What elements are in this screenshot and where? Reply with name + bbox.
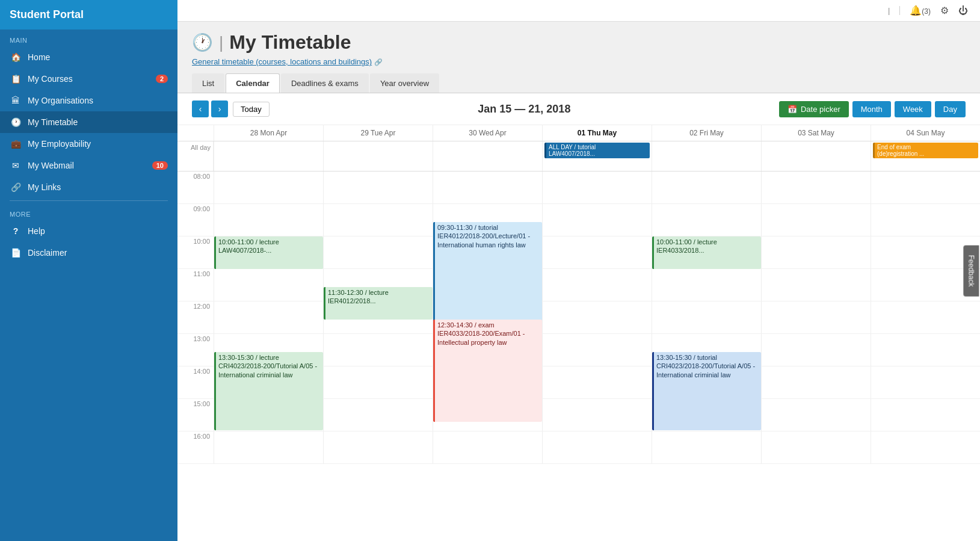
day-header-4: 02 Fri May [652,125,761,141]
time-label-15: 15:00 [177,399,214,431]
month-view-button[interactable]: Month [852,101,891,117]
time-row-11: 11:00 11:30-12:30 / lecture IER4012/2018… [177,269,980,301]
cell-14-4 [652,366,761,398]
cell-12-3 [542,301,652,333]
time-row-16: 16:00 [177,431,980,464]
cell-09-4 [652,204,761,236]
page-title-row: 🕐 | My Timetable [192,31,966,54]
content-area: 🕐 | My Timetable General timetable (cour… [177,22,980,541]
cell-13-1 [323,334,433,366]
tab-year-overview[interactable]: Year overview [370,73,439,93]
sidebar-label-disclaimer: Disclaimer [28,248,168,258]
cell-15-1 [323,399,433,431]
time-label-14: 14:00 [177,366,214,398]
cell-16-1 [323,431,433,463]
allday-label: All day [177,141,214,171]
event-wed-0930[interactable]: 09:30-11:30 / tutorial IER4012/2018-200/… [433,222,542,324]
allday-event-sun[interactable]: End of exam(de)registration ... [873,143,978,158]
event-mon-1000[interactable]: 10:00-11:00 / lecture LAW4007/2018-... [214,236,323,269]
cell-16-2 [433,431,542,463]
main-area: | 🔔(3) ⚙ ⏻ 🕐 | My Timetable General time… [177,0,980,541]
cell-08-2 [433,172,542,203]
organisations-icon: 🏛 [10,96,22,105]
cell-12-1 [323,301,433,333]
sidebar-item-my-timetable[interactable]: 🕐 My Timetable [0,111,177,133]
day-header-6: 04 Sun May [871,125,980,141]
sidebar-item-home[interactable]: 🏠 Home [0,46,177,68]
tab-deadlines[interactable]: Deadlines & exams [281,73,369,93]
page-title: My Timetable [229,31,351,54]
allday-event-thu[interactable]: ALL DAY / tutorialLAW4007/2018... [544,143,650,158]
calendar-grid: 28 Mon Apr 29 Tue Apr 30 Wed Apr 01 Thu … [177,125,980,541]
time-rows: 08:00 09:00 [177,172,980,541]
time-label-10: 10:00 [177,236,214,268]
day-header-1: 29 Tue Apr [323,125,433,141]
feedback-tab[interactable]: Feedback [964,245,979,296]
cell-12-5 [761,301,871,333]
logout-icon[interactable]: ⏻ [958,5,968,16]
sidebar-label-help: Help [28,226,168,236]
tab-calendar[interactable]: Calendar [226,73,280,93]
time-row-12: 12:00 12:30-14:30 / exam IER4033/2018-20… [177,301,980,334]
event-wed-1230[interactable]: 12:30-14:30 / exam IER4033/2018-200/Exam… [433,320,542,422]
allday-cell-3: ALL DAY / tutorialLAW4007/2018... [542,141,652,171]
right-controls: 📅 Date picker Month Week Day [779,101,966,117]
cell-14-6 [871,366,980,398]
day-view-button[interactable]: Day [935,101,966,117]
day-header-2: 30 Wed Apr [433,125,542,141]
time-row-14: 14:00 [177,366,980,399]
cell-15-6 [871,399,980,431]
date-picker-label: Date picker [801,105,840,114]
sidebar-item-my-courses[interactable]: 📋 My Courses 2 [0,68,177,90]
cell-10-1 [323,236,433,268]
cell-12-0 [214,301,323,333]
cell-13-0: 13:30-15:30 / lecture CRI4023/2018-200/T… [214,334,323,366]
employability-icon: 💼 [10,139,22,149]
webmail-icon: ✉ [10,161,22,170]
cell-14-3 [542,366,652,398]
time-label-16: 16:00 [177,431,214,463]
cell-10-3 [542,236,652,268]
cell-16-0 [214,431,323,463]
disclaimer-icon: 📄 [10,248,22,258]
allday-cell-5 [761,141,871,171]
sidebar-item-my-organisations[interactable]: 🏛 My Organisations [0,90,177,111]
calendar-icon: 📅 [787,105,797,114]
cell-08-1 [323,172,433,203]
cell-12-6 [871,301,980,333]
webmail-badge: 10 [152,161,168,170]
sidebar-header: Student Portal [0,0,177,29]
notifications-icon[interactable]: 🔔(3) [910,5,931,16]
main-section-label: Main [0,29,177,46]
time-row-10: 10:00 10:00-11:00 / lecture LAW4007/2018… [177,236,980,269]
time-column-header [177,125,214,141]
external-link-icon: 🔗 [374,58,383,66]
page-subtitle-row: General timetable (courses, locations an… [192,57,966,66]
cell-10-5 [761,236,871,268]
next-button[interactable]: › [211,100,228,117]
today-button[interactable]: Today [233,102,270,117]
calendar-header: 28 Mon Apr 29 Tue Apr 30 Wed Apr 01 Thu … [177,125,980,141]
cell-15-5 [761,399,871,431]
cell-08-3 [542,172,652,203]
settings-icon[interactable]: ⚙ [940,5,949,16]
prev-button[interactable]: ‹ [192,100,209,117]
cell-13-4: 13:30-15:30 / tutorial CRI4023/2018-200/… [652,334,761,366]
sidebar: Student Portal Main 🏠 Home 📋 My Courses … [0,0,177,541]
timetable-link[interactable]: General timetable (courses, locations an… [192,57,372,66]
sidebar-item-disclaimer[interactable]: 📄 Disclaimer [0,242,177,264]
event-fri-1000[interactable]: 10:00-11:00 / lecture IER4033/2018... [652,236,761,269]
week-view-button[interactable]: Week [895,101,931,117]
cell-15-3 [542,399,652,431]
day-header-5: 03 Sat May [761,125,871,141]
sidebar-item-my-links[interactable]: 🔗 My Links [0,176,177,198]
tab-list[interactable]: List [192,73,224,93]
date-picker-button[interactable]: 📅 Date picker [779,101,849,117]
sidebar-label-my-employability: My Employability [28,139,168,149]
cell-14-1 [323,366,433,398]
sidebar-item-help[interactable]: ? Help [0,220,177,242]
sidebar-label-my-courses: My Courses [28,74,156,84]
app-title: Student Portal [10,8,84,20]
sidebar-item-my-employability[interactable]: 💼 My Employability [0,133,177,155]
sidebar-item-my-webmail[interactable]: ✉ My Webmail 10 [0,155,177,176]
